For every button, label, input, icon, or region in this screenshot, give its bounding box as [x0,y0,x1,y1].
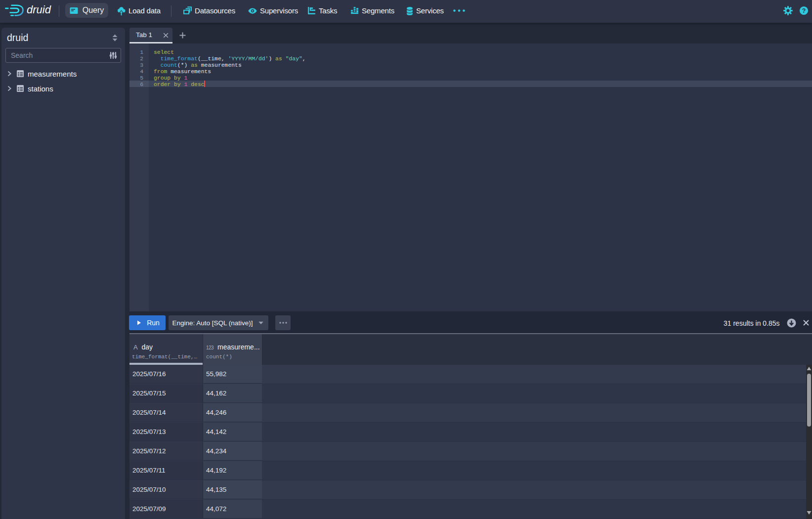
svg-text:?: ? [802,7,806,14]
